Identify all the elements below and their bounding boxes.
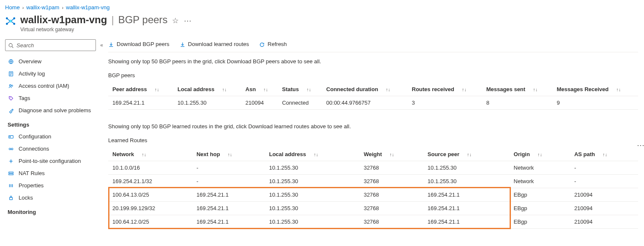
page-header: wallix-w1pam-vng | BGP peers ☆ ⋯ Virtual… (0, 13, 644, 38)
column-label: Status (282, 86, 299, 92)
svg-point-16 (11, 160, 12, 162)
column-header[interactable]: Local address↑↓ (173, 83, 241, 96)
sidebar-item-configuration[interactable]: Configuration (3, 130, 105, 143)
column-header[interactable]: Network↑↓ (108, 148, 192, 161)
column-label: Peer address (112, 86, 147, 92)
sidebar-item-diagnose-and-solve-problems[interactable]: Diagnose and solve problems (3, 104, 105, 116)
column-header[interactable]: Connected duration↑↓ (322, 83, 407, 96)
svg-point-14 (9, 148, 11, 149)
svg-rect-19 (10, 197, 13, 200)
cell: Network (510, 161, 570, 174)
cell: 20.199.99.129/32 (108, 201, 192, 215)
sort-icon[interactable]: ↑↓ (263, 87, 268, 92)
resource-kind: Virtual network gateway (20, 27, 192, 32)
table-row[interactable]: 10.1.0.0/16-10.1.255.303276810.1.255.30N… (108, 161, 638, 174)
download-bgp-peers-button[interactable]: Download BGP peers (108, 41, 169, 48)
globe-icon (8, 59, 14, 65)
nat-icon (8, 170, 14, 176)
table-row[interactable]: 169.254.21.1/32-10.1.255.303276810.1.255… (108, 174, 638, 188)
sort-icon[interactable]: ↑↓ (462, 87, 467, 92)
collapse-sidebar-button[interactable]: « (100, 42, 103, 48)
sidebar-item-point-to-site-configuration[interactable]: Point-to-site configuration (3, 155, 105, 167)
sidebar-item-access-control-iam-[interactable]: Access control (IAM) (3, 80, 105, 92)
svg-rect-12 (9, 135, 14, 138)
breadcrumb-rg[interactable]: wallix-w1pam (26, 4, 59, 11)
column-header[interactable]: Source peer↑↓ (423, 148, 510, 161)
column-header[interactable]: Peer address↑↓ (108, 83, 173, 96)
sidebar-item-tags[interactable]: Tags (3, 92, 105, 104)
cell: 210094 (570, 215, 638, 228)
nav-label: Overview (19, 58, 41, 65)
resource-name: wallix-w1pam-vng (20, 14, 107, 26)
column-header[interactable]: Messages Received↑↓ (552, 83, 638, 96)
column-header[interactable]: Next hop↑↓ (192, 148, 265, 161)
sort-icon[interactable]: ↑↓ (467, 152, 472, 157)
cell: 32768 (360, 188, 423, 201)
lock-icon (8, 195, 14, 201)
nav-label: NAT Rules (19, 170, 45, 176)
more-button[interactable]: ⋯ (184, 16, 192, 25)
learned-routes-caption: Showing only top 50 BGP learned routes i… (108, 123, 638, 130)
sort-icon[interactable]: ↑↓ (538, 152, 542, 157)
sort-icon[interactable]: ↑↓ (386, 87, 390, 92)
sidebar-item-activity-log[interactable]: Activity log (3, 68, 105, 80)
column-header[interactable]: Asn↑↓ (241, 83, 278, 96)
column-header[interactable]: AS path↑↓ (570, 148, 638, 161)
table-row[interactable]: 100.64.13.0/25169.254.21.110.1.255.30327… (108, 188, 638, 201)
cell: 169.254.21.1 (192, 188, 265, 201)
column-label: Messages Received (557, 86, 609, 92)
breadcrumb-home[interactable]: Home (5, 4, 20, 11)
download-bgp-peers-label: Download BGP peers (117, 41, 169, 47)
nav-label: Configuration (19, 133, 51, 140)
sort-icon[interactable]: ↑↓ (314, 152, 318, 157)
sort-icon[interactable]: ↑↓ (533, 87, 538, 92)
svg-rect-13 (10, 136, 11, 138)
title-divider: | (109, 14, 116, 26)
sidebar-search[interactable]: Search (5, 39, 96, 51)
column-header[interactable]: Local address↑↓ (265, 148, 360, 161)
sort-icon[interactable]: ↑↓ (306, 87, 311, 92)
svg-point-11 (10, 97, 11, 98)
sort-icon[interactable]: ↑↓ (142, 152, 146, 157)
sidebar-item-properties[interactable]: Properties (3, 179, 105, 192)
nav-label: Locks (19, 195, 33, 201)
nav-label: Tags (19, 95, 30, 101)
sort-icon[interactable]: ↑↓ (390, 152, 394, 157)
search-placeholder: Search (16, 42, 34, 49)
cell: 169.254.21.1 (192, 201, 265, 215)
table-row[interactable]: 20.199.99.129/32169.254.21.110.1.255.303… (108, 201, 638, 215)
cell: EBgp (510, 215, 570, 228)
sort-icon[interactable]: ↑↓ (222, 87, 226, 92)
table-row[interactable]: 169.254.21.110.1.255.30210094Connected00… (108, 96, 638, 109)
breadcrumb-res[interactable]: wallix-w1pam-vng (66, 4, 109, 11)
cell: 210094 (570, 188, 638, 201)
cell: 10.1.255.30 (265, 174, 360, 188)
favorite-button[interactable]: ☆ (172, 16, 179, 25)
sort-icon[interactable]: ↑↓ (228, 152, 232, 157)
sort-icon[interactable]: ↑↓ (603, 152, 607, 157)
refresh-icon (259, 41, 265, 48)
cell: 10.1.255.30 (173, 96, 241, 109)
column-header[interactable]: Weight↑↓ (360, 148, 423, 161)
nav-label: Connections (19, 146, 49, 152)
sidebar-item-connections[interactable]: Connections (3, 143, 105, 155)
column-header[interactable]: Routes received↑↓ (408, 83, 482, 96)
download-learned-routes-button[interactable]: Download learned routes (180, 41, 249, 48)
download-learned-routes-label: Download learned routes (188, 41, 249, 47)
sidebar-item-nat-rules[interactable]: NAT Rules (3, 167, 105, 179)
table-row[interactable]: 100.64.12.0/25169.254.21.110.1.255.30327… (108, 215, 638, 228)
sort-icon[interactable]: ↑↓ (616, 87, 621, 92)
refresh-label: Refresh (267, 41, 287, 47)
nav-label: Diagnose and solve problems (19, 107, 91, 114)
column-header[interactable]: Status↑↓ (278, 83, 322, 96)
column-header[interactable]: Origin↑↓ (510, 148, 570, 161)
refresh-button[interactable]: Refresh (259, 41, 287, 48)
cell: 32768 (360, 174, 423, 188)
column-header[interactable]: Messages sent↑↓ (482, 83, 553, 96)
bgp-peers-title: BGP peers (108, 72, 638, 78)
sidebar-item-overview[interactable]: Overview (3, 55, 105, 68)
sidebar-item-locks[interactable]: Locks (3, 192, 105, 204)
cell: - (570, 174, 638, 188)
sort-icon[interactable]: ↑↓ (155, 87, 159, 92)
cell: 210094 (570, 201, 638, 215)
